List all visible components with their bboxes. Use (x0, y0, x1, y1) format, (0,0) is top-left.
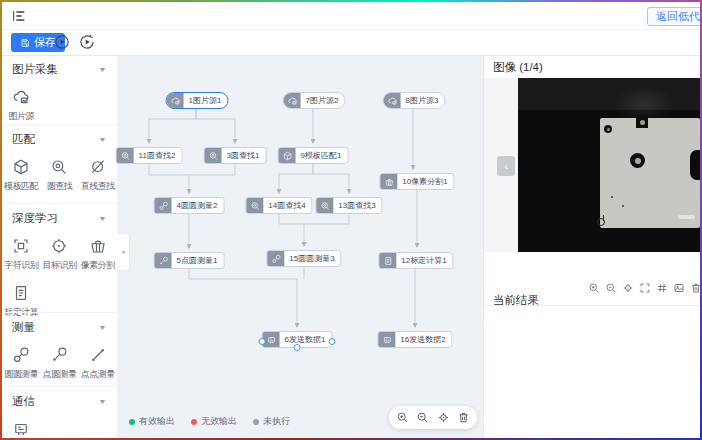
node-send-data-1[interactable]: 6发送数据1 (262, 331, 333, 348)
menu-icon[interactable] (11, 8, 27, 24)
target-icon (50, 237, 68, 255)
metal-plate (600, 118, 700, 228)
legend-invalid-output: 无效输出 (191, 415, 237, 428)
node-image-source-3[interactable]: 8图片源3 (383, 92, 446, 109)
tool-sidebar: 图片采集▼ 图片源 匹配▼ 模板匹配 圆查找 (2, 56, 118, 438)
sidebar-item-ocr[interactable]: 字符识别 (2, 237, 40, 272)
flow-canvas[interactable]: ◂ (117, 56, 484, 438)
sidebar-item-line-find[interactable]: 直线查找 (79, 158, 117, 193)
fullscreen-icon[interactable] (639, 282, 651, 294)
plate-label-mark (678, 215, 695, 219)
run-button[interactable] (54, 34, 70, 50)
circle-find-icon (117, 148, 134, 163)
node-circle-find-4[interactable]: 14圆查找4 (245, 197, 312, 214)
back-to-lowcode-button[interactable]: 返回低代码 (647, 7, 702, 26)
chevron-down-icon: ▼ (98, 324, 107, 332)
grid-icon[interactable] (656, 282, 668, 294)
header-bar: 返回低代码 (2, 2, 700, 30)
circle-circle-measure-icon (12, 346, 30, 364)
gray-dot-icon (253, 419, 259, 425)
sidebar-item-template-match[interactable]: 模板匹配 (2, 158, 40, 193)
device-icon (12, 420, 30, 438)
chevron-down-icon: ▼ (98, 398, 107, 406)
section-image-capture: 图片采集▼ 图片源 (2, 62, 117, 123)
section-divider (2, 203, 117, 204)
current-result-title: 当前结果 (493, 293, 539, 308)
sidebar-item-point-circle-measure[interactable]: 点圆测量 (40, 346, 78, 381)
node-image-source-1[interactable]: 1图片源1 (166, 92, 229, 109)
result-panel: 图像 (1/4) ‹ (484, 56, 700, 438)
plate-dot (611, 196, 613, 198)
node-circle-find-3[interactable]: 13圆查找3 (315, 197, 382, 214)
node-point-circle-measure-1[interactable]: 5点圆测量1 (154, 252, 225, 269)
node-circle-circle-measure-2[interactable]: 4圆圆测量2 (154, 197, 225, 214)
zoom-in-icon[interactable] (396, 411, 409, 424)
point-point-measure-icon (89, 346, 107, 364)
section-measure: 测量▼ 圆圆测量 点圆测量 点点测量 (2, 320, 117, 381)
node-image-source-2[interactable]: 7图片源2 (283, 92, 346, 109)
sidebar-item-calibration-calc[interactable]: 标定计算 (2, 284, 40, 319)
circle-circle-measure-icon (267, 251, 284, 266)
green-dot-icon (129, 419, 135, 425)
device-icon (378, 332, 395, 347)
node-pixel-segmentation-1[interactable]: 10像素分割1 (379, 173, 454, 190)
cube-icon (12, 158, 30, 176)
cloud-image-icon (384, 93, 401, 108)
section-header[interactable]: 图片采集▼ (2, 62, 117, 77)
node-circle-find-2[interactable]: 11圆查找2 (116, 147, 183, 164)
plate-top-tab (636, 116, 648, 128)
section-divider (2, 312, 117, 313)
cloud-image-icon (167, 93, 184, 108)
chevron-down-icon: ▼ (98, 215, 107, 223)
output-legend: 有效输出 无效输出 未执行 (129, 415, 290, 428)
plate-hook-feature (597, 218, 605, 226)
sidebar-item-target-recognition[interactable]: 目标识别 (40, 237, 78, 272)
zoom-out-icon[interactable] (605, 282, 617, 294)
save-image-icon[interactable] (673, 282, 685, 294)
plate-dot (622, 205, 624, 207)
point-circle-measure-icon (50, 346, 68, 364)
line-find-icon (89, 158, 107, 176)
circle-find-icon (316, 198, 333, 213)
sidebar-item-circle-find[interactable]: 圆查找 (40, 158, 78, 193)
plate-edge-notch (690, 150, 700, 180)
toolbar-divider (0, 55, 702, 56)
node-send-data-2[interactable]: 16发送数据2 (377, 331, 452, 348)
form-icon (12, 284, 30, 302)
sidebar-item-pixel-segmentation[interactable]: 像素分割 (79, 237, 117, 272)
node-circle-circle-measure-3[interactable]: 15圆圆测量3 (266, 250, 341, 267)
basket-icon (89, 237, 107, 255)
section-header[interactable]: 测量▼ (2, 320, 117, 335)
image-viewer: ‹ (484, 78, 700, 252)
section-header[interactable]: 匹配▼ (2, 132, 117, 147)
node-template-match-1[interactable]: 9模板匹配1 (278, 147, 349, 164)
plate-screw (604, 125, 612, 133)
locate-icon[interactable] (437, 411, 450, 424)
ocr-icon (12, 237, 30, 255)
sidebar-item-circle-circle-measure[interactable]: 圆圆测量 (2, 346, 40, 381)
trash-icon[interactable] (457, 411, 470, 424)
sidebar-item-image-source[interactable]: 图片源 (2, 88, 40, 123)
node-calibration-calc-1[interactable]: 12标定计算1 (378, 252, 453, 269)
node-handle-right[interactable] (328, 338, 335, 345)
section-divider (2, 124, 117, 125)
run-once-button[interactable] (79, 34, 95, 50)
zoom-out-icon[interactable] (416, 411, 429, 424)
section-header[interactable]: 通信▼ (2, 394, 117, 409)
node-circle-find-1[interactable]: 3圆查找1 (204, 147, 267, 164)
circle-find-icon (205, 148, 222, 163)
prev-image-button[interactable]: ‹ (497, 156, 515, 176)
sidebar-item-point-point-measure[interactable]: 点点测量 (79, 346, 117, 381)
section-header[interactable]: 深度学习▼ (2, 211, 117, 226)
sidebar-item-protocol[interactable] (2, 420, 40, 438)
node-handle-left[interactable] (259, 338, 266, 345)
basket-icon (380, 174, 397, 189)
trash-icon[interactable] (690, 282, 702, 294)
section-match: 匹配▼ 模板匹配 圆查找 直线查找 (2, 132, 117, 193)
legend-not-executed: 未执行 (253, 415, 290, 428)
circle-circle-measure-icon (155, 198, 172, 213)
flow-edges (117, 56, 483, 438)
circle-find-icon (246, 198, 263, 213)
locate-icon[interactable] (622, 282, 634, 294)
zoom-in-icon[interactable] (588, 282, 600, 294)
